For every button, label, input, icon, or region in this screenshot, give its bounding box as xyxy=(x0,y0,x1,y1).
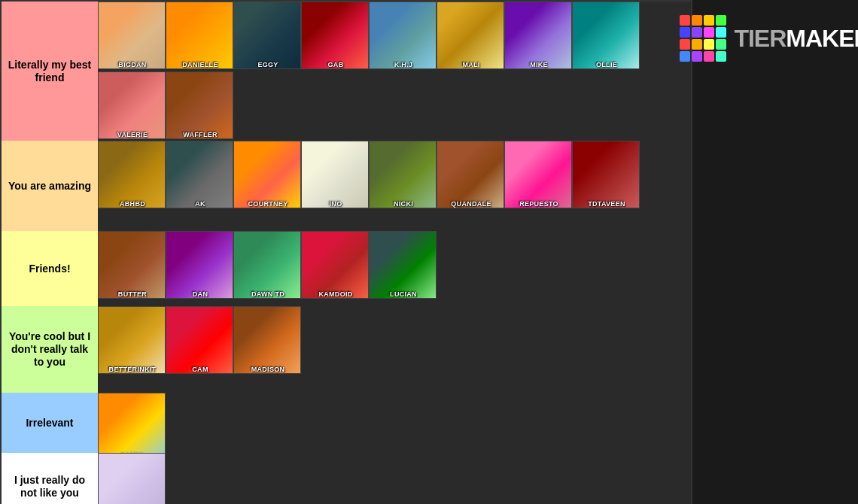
app-title: TIERMAKER xyxy=(734,25,858,53)
tier-item-betterinkit[interactable]: BetterInKit xyxy=(98,306,166,374)
tier-item-ak[interactable]: AK xyxy=(166,141,233,208)
tier-item-waffler[interactable]: Waffler xyxy=(166,71,233,139)
tier-list: Literally my best friendBigDanDanielleEg… xyxy=(0,0,692,504)
tier-label-tier-f: I just really do not like you xyxy=(2,453,98,504)
tier-item-label-ollie: Ollie xyxy=(573,61,640,68)
logo-cell-11 xyxy=(716,39,726,50)
tier-item-ollie[interactable]: Ollie xyxy=(572,2,640,69)
tier-item-label-eggy: Eggy xyxy=(234,61,301,68)
tier-label-tier-d: Irrelevant xyxy=(2,393,98,453)
tier-item-lily[interactable]: Lily xyxy=(98,453,166,504)
logo-cell-12 xyxy=(680,51,690,62)
tier-item-khj[interactable]: K.H.J xyxy=(369,2,437,69)
tier-item-bigdan[interactable]: BigDan xyxy=(98,2,166,69)
tier-item-ino[interactable]: Ino xyxy=(301,141,369,208)
tier-item-mike[interactable]: Mike xyxy=(504,2,572,69)
tier-item-label-repuesto: Repuesto xyxy=(505,200,572,208)
logo-container: TIERMAKER xyxy=(672,8,858,69)
tier-row-tier-f: I just really do not like youLily xyxy=(2,453,691,504)
tier-item-label-betterinkit: BetterInKit xyxy=(99,366,166,373)
tier-items-tier-a: AbhBDAKCourtneyInoNickiQuandaleRepuestoT… xyxy=(98,141,691,231)
tier-item-label-valerie: Valerie xyxy=(99,131,166,138)
logo-cell-0 xyxy=(680,15,690,26)
tier-item-label-nicki: Nicki xyxy=(370,200,437,208)
tier-item-eggy[interactable]: Eggy xyxy=(233,2,301,69)
tier-row-tier-a: You are amazingAbhBDAKCourtneyInoNickiQu… xyxy=(2,141,691,231)
tier-item-label-madison: Madison xyxy=(234,366,301,373)
logo-cell-13 xyxy=(692,51,702,62)
logo-cell-14 xyxy=(704,51,714,62)
tier-item-courtney[interactable]: Courtney xyxy=(233,141,301,208)
tier-item-label-dawntd: Dawn TD xyxy=(234,290,301,298)
tier-label-tier-s: Literally my best friend xyxy=(2,2,98,141)
tier-item-label-kamdoid: Kamdoid xyxy=(302,290,369,298)
tier-label-tier-c: You're cool but I don't really talk to y… xyxy=(2,306,98,393)
tier-item-dan[interactable]: Dan xyxy=(166,231,233,299)
tier-item-mali[interactable]: Mali xyxy=(437,2,504,69)
logo-cell-10 xyxy=(704,39,714,50)
tier-item-madison[interactable]: Madison xyxy=(233,306,301,374)
logo-cell-1 xyxy=(692,15,702,26)
tier-item-label-ino: Ino xyxy=(302,200,369,208)
tier-item-label-quandale: Quandale xyxy=(437,200,504,208)
tier-item-tdtaveen[interactable]: TdTaveen xyxy=(572,141,640,208)
tier-item-butter[interactable]: Butter xyxy=(98,231,166,299)
tier-row-tier-b: Friends!ButterDanDawn TDKamdoidLucian xyxy=(2,231,691,306)
tier-row-tier-d: IrrelevantSamni xyxy=(2,393,691,453)
tier-item-label-abhbd: AbhBD xyxy=(99,200,166,208)
logo-cell-15 xyxy=(716,51,726,62)
tier-item-samni[interactable]: Samni xyxy=(98,393,166,460)
tier-item-label-cam: Cam xyxy=(166,366,233,373)
tier-item-label-ak: AK xyxy=(166,200,233,208)
tier-item-label-waffler: Waffler xyxy=(166,131,233,138)
tier-item-abhbd[interactable]: AbhBD xyxy=(98,141,166,208)
tier-item-label-mali: Mali xyxy=(437,61,504,68)
logo-cell-5 xyxy=(692,27,702,38)
logo-cell-2 xyxy=(704,15,714,26)
tier-item-label-courtney: Courtney xyxy=(234,200,301,208)
tier-items-tier-c: BetterInKitCamMadison xyxy=(98,306,691,393)
tier-item-danielle[interactable]: Danielle xyxy=(166,2,233,69)
sidebar: TIERMAKER xyxy=(692,0,858,504)
tier-item-label-gab: Gab xyxy=(302,61,369,68)
tier-item-quandale[interactable]: Quandale xyxy=(437,141,504,208)
tier-row-tier-c: You're cool but I don't really talk to y… xyxy=(2,306,691,393)
tier-items-tier-b: ButterDanDawn TDKamdoidLucian xyxy=(98,231,691,306)
tier-item-cam[interactable]: Cam xyxy=(166,306,233,374)
tier-item-valerie[interactable]: Valerie xyxy=(98,71,166,139)
logo-cell-8 xyxy=(680,39,690,50)
tier-item-label-tdtaveen: TdTaveen xyxy=(573,200,640,208)
tier-item-nicki[interactable]: Nicki xyxy=(369,141,437,208)
tier-item-repuesto[interactable]: Repuesto xyxy=(504,141,572,208)
logo-cell-6 xyxy=(704,27,714,38)
tier-item-dawntd[interactable]: Dawn TD xyxy=(233,231,301,299)
tier-row-tier-s: Literally my best friendBigDanDanielleEg… xyxy=(2,2,691,141)
tier-label-tier-b: Friends! xyxy=(2,231,98,306)
tier-item-label-mike: Mike xyxy=(505,61,572,68)
tier-items-tier-s: BigDanDanielleEggyGabK.H.JMaliMikeOllieV… xyxy=(98,2,691,141)
logo-cell-9 xyxy=(692,39,702,50)
tier-item-label-lucian: Lucian xyxy=(370,290,437,298)
tier-item-label-danielle: Danielle xyxy=(166,61,233,68)
tier-item-gab[interactable]: Gab xyxy=(301,2,369,69)
main-container: Literally my best friendBigDanDanielleEg… xyxy=(0,0,858,504)
logo-grid xyxy=(680,15,726,62)
tier-items-tier-d: Samni xyxy=(98,393,691,453)
tier-item-lucian[interactable]: Lucian xyxy=(369,231,437,299)
tier-item-label-dan: Dan xyxy=(166,290,233,298)
tier-item-kamdoid[interactable]: Kamdoid xyxy=(301,231,369,299)
tier-item-label-butter: Butter xyxy=(99,290,166,298)
logo-cell-4 xyxy=(680,27,690,38)
logo-cell-3 xyxy=(716,15,726,26)
tier-item-label-bigdan: BigDan xyxy=(99,61,166,68)
tier-item-label-khj: K.H.J xyxy=(370,61,437,68)
logo-cell-7 xyxy=(716,27,726,38)
tier-label-tier-a: You are amazing xyxy=(2,141,98,231)
tier-items-tier-f: Lily xyxy=(98,453,691,504)
